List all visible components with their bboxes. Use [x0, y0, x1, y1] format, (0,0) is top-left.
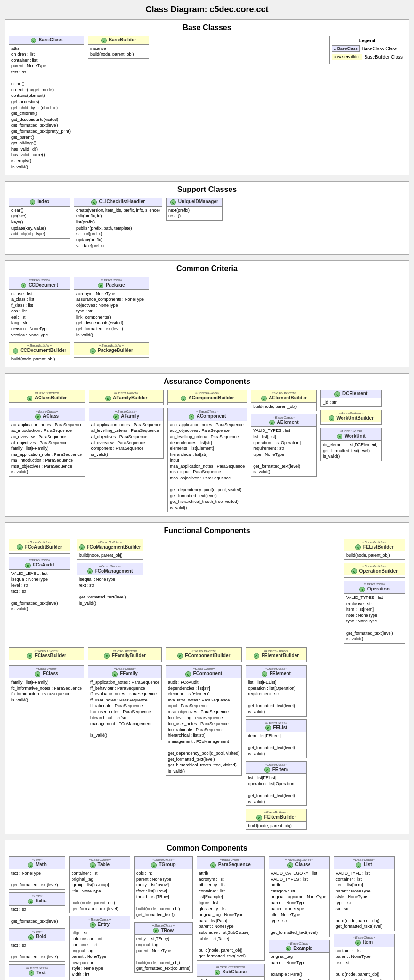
- legend-basebuilder-icon: c: [334, 55, 336, 59]
- class-box-ffamily: «BaseClass» c FFamily ff_application_not…: [88, 665, 162, 740]
- afamily-name: AFamily: [121, 414, 139, 419]
- workunit-icon: c: [337, 434, 342, 439]
- example-name: Example: [293, 946, 312, 951]
- felist-body: item : list[FEItem]get_formatted_text(le…: [246, 732, 306, 757]
- aelementbuilder-header: «BaseBuilder» c AElementBuilder: [251, 390, 316, 403]
- fclassbuilder-header: «BaseBuilder» c FClassBuilder: [9, 648, 84, 661]
- class-box-fcomponentbuilder: «BaseBuilder» c FComponentBuilder: [166, 647, 242, 663]
- felement-header: «BaseClass» c FElement: [246, 666, 306, 678]
- basebuilder-body: instancebuild(node, parent_obj): [88, 45, 149, 58]
- parasequence-icon: c: [210, 862, 216, 868]
- clihandler-body: create(version, item_ids, prefix, info, …: [74, 207, 162, 250]
- aclass-body: ac_application_notes : ParaSequenceac_in…: [9, 421, 85, 476]
- class-box-entry: «BaseClass» c Entry align : strcolumnspa…: [69, 916, 130, 980]
- ffamilybuilder-icon: c: [104, 653, 110, 659]
- italic-name: Italic: [36, 898, 47, 903]
- example-header: «BaseClass» c Example: [269, 940, 329, 953]
- acomponent-stereotype: «BaseClass»: [170, 409, 245, 414]
- class-box-felistbuilder: «BaseBuilder» c FEListBuilder build(node…: [344, 539, 405, 560]
- workunit-name: WorkUnit: [344, 433, 365, 438]
- operationbuilder-header: «BaseBuilder» c OperationBuilder: [344, 563, 405, 576]
- item-header: «BaseClass» c Item: [334, 934, 394, 947]
- aclassbuilder-body: [9, 403, 85, 405]
- fclass-stereotype: «BaseClass»: [11, 667, 82, 671]
- package-icon: c: [98, 283, 104, 288]
- class-box-felist: «BaseClass» c FEList item : list[FEItem]…: [246, 719, 307, 758]
- operationbuilder-name: OperationBuilder: [359, 568, 398, 574]
- class-box-acomponent: «BaseClass» c AComponent aco_application…: [167, 408, 247, 512]
- afamily-header: «BaseClass» c AFamily: [89, 408, 164, 421]
- baseclass-name: BaseClass: [39, 37, 63, 42]
- feitembuilder-icon: c: [256, 815, 262, 821]
- clause-body: VALID_CATEGORY : listVALID_TYPES : lista…: [269, 869, 329, 937]
- fcomanagement-body: isequal : NoneTypetext : strget_formatte…: [77, 575, 143, 607]
- fclassbuilder-name: FClassBuilder: [35, 653, 66, 658]
- operation-name: Operation: [367, 586, 390, 591]
- felist-icon: c: [265, 725, 271, 731]
- legend-box: Legend c BaseClass BaseClass Class c Bas…: [329, 36, 405, 64]
- class-box-italic: «Text» c Italic text : strget_formatted_…: [9, 892, 65, 925]
- operationbuilder-body: [344, 575, 405, 577]
- class-box-clicchecklisthandler: c CLIChecklistHandler create(version, it…: [74, 198, 162, 250]
- uniqueidmanager-body: next(prefix)reset(): [167, 207, 222, 220]
- parasequence-stereotype: «BaseClass»: [199, 858, 263, 862]
- parasequence-name: ParaSequence: [218, 862, 251, 867]
- class-box-fcoaudit: «BaseClass» c FCoAudit VALID_LEVEL : lis…: [9, 557, 70, 613]
- list-header: «BaseClass» c List: [334, 857, 394, 869]
- fcoaudit-name: FCoAudit: [33, 562, 54, 567]
- legend-baseclass-desc: BaseClass Class: [362, 46, 398, 51]
- subclause-stereotype: «ParaSequence»: [199, 965, 263, 969]
- subclause-name: SubClause: [222, 969, 247, 974]
- class-box-afamilybuilder: «BaseBuilder» c AFamilyBuilder: [89, 390, 164, 405]
- fcomanagementbuilder-header: «BaseBuilder» c FCoManagementBuilder: [77, 539, 143, 552]
- acomponentbuilder-header: «BaseBuilder» c AComponentBuilder: [168, 390, 247, 403]
- fcomponent-icon: c: [185, 671, 191, 677]
- item-icon: c: [355, 940, 361, 946]
- class-box-fcomanagementbuilder: «BaseBuilder» c FCoManagementBuilder bui…: [77, 539, 143, 560]
- basebuilder-name: BaseBuilder: [109, 37, 136, 42]
- class-box-acomponentbuilder: «BaseBuilder» c AComponentBuilder: [167, 390, 247, 405]
- text-stereotype: «Text»: [11, 858, 63, 862]
- acomponentbuilder-icon: c: [181, 396, 186, 401]
- packagebuilder-header: «BaseBuilder» c PackageBuilder: [74, 343, 149, 355]
- bold-name: Bold: [36, 934, 46, 939]
- functional-components-title: Functional Components: [9, 526, 405, 535]
- aelement-header: «BaseClass» c AElement: [251, 414, 316, 427]
- clause-stereotype: «ParaSequence»: [271, 858, 327, 862]
- legend-title: Legend: [332, 38, 403, 43]
- ffamilybuilder-name: FFamilyBuilder: [112, 653, 146, 658]
- uniqueidmanager-icon: c: [170, 199, 176, 205]
- class-box-felementbuilder: «BaseBuilder» c FElementBuilder: [246, 647, 307, 663]
- common-criteria-section: Common Criteria «BaseClass» c CCDocument…: [5, 260, 409, 368]
- class-box-index-header: c Index: [9, 198, 70, 207]
- package-header: «BaseClass» c Package: [74, 277, 149, 290]
- felementbuilder-name: FElementBuilder: [262, 653, 299, 658]
- workunitbuilder-name: WorkUnitBuilder: [336, 415, 374, 421]
- support-classes-title: Support Classes: [9, 185, 405, 194]
- class-box-workunit: «BaseClass» c WorkUnit dc_element : list…: [320, 428, 382, 461]
- operationbuilder-stereotype: «BaseBuilder»: [346, 564, 403, 568]
- ccdocument-name: CCDocument: [29, 282, 58, 287]
- fcomponentbuilder-name: FComponentBuilder: [185, 653, 230, 658]
- fcomponent-body: audit : FCoAuditdependencies : list[str]…: [166, 678, 241, 775]
- aclassbuilder-header: «BaseBuilder» c AClassBuilder: [9, 390, 85, 403]
- workunit-body: dc_element : list[DCElement]get_formatte…: [321, 441, 381, 461]
- aelement-body: VALID_TYPES : listlist : list[List]opera…: [251, 427, 316, 476]
- page-title: Class Diagram: c5dec.core.cct: [5, 5, 409, 15]
- workunitbuilder-icon: c: [329, 415, 334, 421]
- acomponent-body: aco_application_notes : ParaSequenceaco_…: [168, 421, 247, 512]
- dcelement-header: c DCElement: [321, 390, 381, 398]
- example-icon: c: [286, 946, 291, 951]
- ffamilybuilder-header: «BaseBuilder» c FFamilyBuilder: [88, 648, 161, 661]
- fcomanagement-name: FCoManagement: [95, 568, 133, 574]
- felistbuilder-body: build(node, parent_obj): [344, 551, 405, 559]
- afamily-icon: c: [113, 414, 119, 420]
- class-box-index: c Index clear()get(key)keys()update(key,…: [9, 198, 70, 239]
- class-box-felement: «BaseClass» c FElement list : list[FELis…: [246, 665, 307, 716]
- trow-icon: c: [153, 928, 159, 933]
- subclause-icon: c: [215, 970, 220, 975]
- italic-body: text : strget_formatted_text(level): [9, 906, 65, 925]
- tgroup-header: «BaseClass» c TGroup: [135, 857, 192, 869]
- trow-body: entry : list[TEntry]original_tagparent :…: [135, 935, 192, 972]
- fcomponentbuilder-icon: c: [177, 653, 183, 659]
